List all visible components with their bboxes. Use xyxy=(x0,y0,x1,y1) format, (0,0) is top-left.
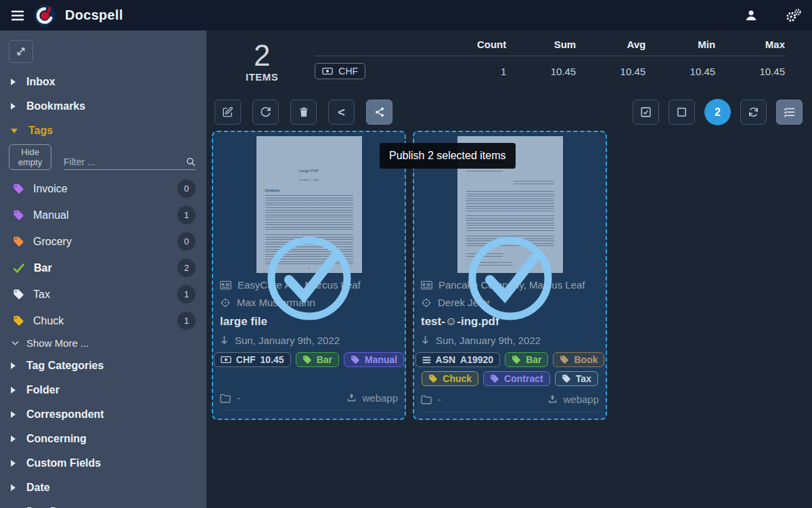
trash-icon xyxy=(298,106,309,118)
sidebar-item-date[interactable]: Date xyxy=(0,475,206,500)
caret-right-icon xyxy=(11,387,16,394)
sidebar-item-tags[interactable]: Tags xyxy=(0,119,206,143)
tag-badge-bar[interactable]: Bar xyxy=(296,352,339,367)
sidebar-item-label: Folder xyxy=(26,384,60,396)
sidebar-item-label: Correspondent xyxy=(26,408,104,421)
check-icon xyxy=(13,262,25,274)
item-badges: CHF 10.45 Bar Manual xyxy=(220,352,398,367)
crosshair-icon xyxy=(220,297,231,308)
sidebar-item-due-date[interactable]: Due Date xyxy=(0,500,206,508)
preview-eye-button[interactable] xyxy=(220,419,241,420)
menu-icon[interactable] xyxy=(11,10,24,21)
item-card-large-file[interactable]: Large PDF October 1, 2020 Contents 1 Eas… xyxy=(212,131,406,420)
sidebar-collapse-button[interactable] xyxy=(9,40,33,63)
folder-source-row: - webapp xyxy=(220,392,398,404)
edit-item-button[interactable] xyxy=(248,419,269,420)
publish-selected-button[interactable] xyxy=(366,100,392,125)
tag-item-tax[interactable]: Tax 1 xyxy=(0,281,206,308)
tag-count-badge: 0 xyxy=(177,232,196,251)
caret-right-icon xyxy=(11,436,16,442)
deselect-all-button[interactable] xyxy=(669,100,695,125)
show-more-tags[interactable]: Show More ... xyxy=(0,334,206,354)
tag-badge-tax[interactable]: Tax xyxy=(555,371,598,386)
sidebar-item-concerning[interactable]: Concerning xyxy=(0,427,206,451)
square-icon xyxy=(676,106,687,118)
page-count-badge: 37p. xyxy=(275,420,307,421)
restore-button[interactable] xyxy=(252,100,279,125)
tag-badge-manual[interactable]: Manual xyxy=(344,352,404,367)
list-icon xyxy=(422,356,431,364)
stats-table-header: Count Sum Avg Min Max xyxy=(315,39,785,56)
item-date: Sun, January 9th, 2022 xyxy=(436,335,541,346)
edit-selected-button[interactable] xyxy=(215,100,241,125)
items-count-block: 2 ITEMS xyxy=(246,40,278,83)
stats-header: 2 ITEMS Count Sum Avg Min Max CHF xyxy=(206,30,812,83)
tag-count-badge: 2 xyxy=(177,259,196,277)
tag-count-badge: 0 xyxy=(177,179,196,198)
tag-badge-bar[interactable]: Bar xyxy=(505,352,548,367)
user-account-icon[interactable] xyxy=(744,9,758,22)
edit-icon xyxy=(222,106,233,118)
card-footer: 37p. xyxy=(220,410,398,420)
caret-right-icon xyxy=(11,79,16,85)
sidebar-item-label: Concerning xyxy=(26,433,87,445)
tag-item-bar[interactable]: Bar 2 xyxy=(0,255,206,281)
refresh-button[interactable] xyxy=(740,100,767,125)
redo-icon xyxy=(260,106,271,118)
tag-item-invoice[interactable]: Invoice 0 xyxy=(0,175,206,202)
col-count: Count xyxy=(436,39,506,50)
tag-icon xyxy=(512,355,521,364)
tag-icon xyxy=(13,209,24,221)
settings-gears-icon[interactable] xyxy=(785,8,801,23)
delete-selected-button[interactable] xyxy=(290,100,317,125)
folder-icon xyxy=(421,395,432,404)
selected-count-badge[interactable]: 2 xyxy=(704,99,731,125)
top-navbar: Docspell xyxy=(0,0,812,30)
source-label: webapp xyxy=(346,392,398,404)
select-mode-button[interactable] xyxy=(776,100,803,125)
docspell-logo-icon xyxy=(34,5,55,26)
tag-badge-chuck[interactable]: Chuck xyxy=(422,371,478,386)
money-icon xyxy=(221,356,231,364)
stats-table-row: CHF 1 10.45 10.45 10.45 10.45 xyxy=(315,56,785,79)
sidebar-item-custom-fields[interactable]: Custom Fields xyxy=(0,451,206,475)
item-cards: Large PDF October 1, 2020 Contents 1 Eas… xyxy=(206,125,812,420)
tag-filter-input[interactable] xyxy=(64,156,186,167)
folder-value: - xyxy=(438,394,441,405)
select-all-button[interactable] xyxy=(633,100,659,125)
tag-label: Tax xyxy=(33,289,50,301)
tag-badge-book[interactable]: Book xyxy=(553,352,604,367)
item-card-test-ing-pdf[interactable]: Pancake Company, Marcus Leaf Derek Jeter… xyxy=(413,131,607,420)
items-count: 2 xyxy=(246,40,278,71)
sidebar-item-label: Custom Fields xyxy=(26,457,101,469)
col-sum: Sum xyxy=(506,39,576,50)
sidebar-item-inbox[interactable]: Inbox xyxy=(0,70,206,94)
col-min: Min xyxy=(646,39,715,50)
tag-item-manual[interactable]: Manual 1 xyxy=(0,202,206,228)
selection-toolbar: < 2 xyxy=(206,83,812,125)
caret-right-icon xyxy=(11,362,16,369)
asn-badge[interactable]: ASN A19920 xyxy=(415,352,501,367)
share-icon xyxy=(374,106,385,118)
hide-empty-button[interactable]: Hide empty xyxy=(9,144,51,170)
tag-label: Manual xyxy=(33,209,68,221)
tag-icon xyxy=(302,355,312,364)
sidebar-item-tag-categories[interactable]: Tag Categories xyxy=(0,354,206,378)
item-date-row: Sun, January 9th, 2022 xyxy=(220,335,398,346)
tag-icon xyxy=(351,355,360,364)
tag-badge-contract[interactable]: Contract xyxy=(483,371,550,386)
tag-icon xyxy=(13,183,24,194)
merge-selected-button[interactable]: < xyxy=(328,100,355,125)
caret-right-icon xyxy=(11,103,16,110)
col-max: Max xyxy=(715,39,785,50)
money-badge[interactable]: CHF 10.45 xyxy=(214,352,291,367)
id-card-icon xyxy=(220,280,231,290)
preview-heading: Contents xyxy=(265,188,353,192)
tag-item-grocery[interactable]: Grocery 0 xyxy=(0,228,206,255)
val-avg: 10.45 xyxy=(576,66,646,77)
tag-icon xyxy=(428,374,438,383)
tag-item-chuck[interactable]: Chuck 1 xyxy=(0,308,206,334)
sidebar-item-correspondent[interactable]: Correspondent xyxy=(0,402,206,427)
sidebar-item-folder[interactable]: Folder xyxy=(0,378,206,402)
sidebar-item-bookmarks[interactable]: Bookmarks xyxy=(0,94,206,119)
